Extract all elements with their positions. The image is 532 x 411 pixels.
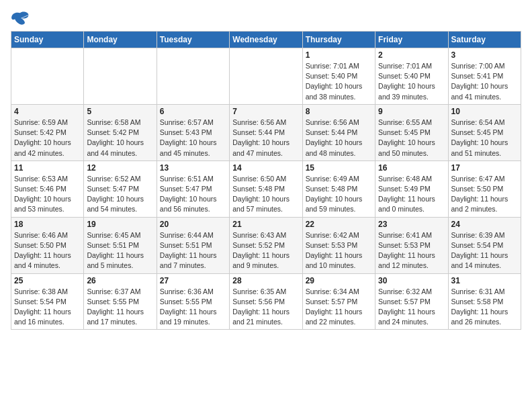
header: [11, 11, 521, 26]
calendar-week-row: 25Sunrise: 6:38 AMSunset: 5:54 PMDayligh…: [11, 273, 521, 330]
logo: [11, 11, 32, 26]
day-number: 5: [87, 107, 153, 116]
day-number: 17: [451, 163, 518, 173]
day-info: Sunrise: 6:35 AMSunset: 5:56 PMDaylight:…: [232, 287, 299, 328]
calendar-table: SundayMondayTuesdayWednesdayThursdayFrid…: [11, 31, 521, 330]
day-info: Sunrise: 6:34 AMSunset: 5:57 PMDaylight:…: [306, 287, 372, 328]
calendar-cell: [84, 48, 157, 105]
day-number: 12: [87, 163, 153, 173]
day-info: Sunrise: 6:41 AMSunset: 5:53 PMDaylight:…: [378, 230, 445, 271]
calendar-cell: 20Sunrise: 6:44 AMSunset: 5:51 PMDayligh…: [157, 217, 229, 273]
calendar-body: 1Sunrise: 7:01 AMSunset: 5:40 PMDaylight…: [11, 48, 521, 330]
day-info: Sunrise: 6:54 AMSunset: 5:45 PMDaylight:…: [451, 118, 518, 158]
day-info: Sunrise: 6:37 AMSunset: 5:55 PMDaylight:…: [87, 287, 153, 328]
day-info: Sunrise: 6:31 AMSunset: 5:58 PMDaylight:…: [451, 287, 518, 328]
calendar-cell: 6Sunrise: 6:57 AMSunset: 5:43 PMDaylight…: [157, 104, 229, 161]
day-number: 20: [160, 220, 226, 229]
day-info: Sunrise: 7:01 AMSunset: 5:40 PMDaylight:…: [306, 61, 372, 102]
calendar-cell: 30Sunrise: 6:32 AMSunset: 5:57 PMDayligh…: [375, 273, 448, 330]
day-info: Sunrise: 6:52 AMSunset: 5:47 PMDaylight:…: [87, 174, 153, 215]
day-number: 13: [160, 163, 226, 173]
calendar-cell: 10Sunrise: 6:54 AMSunset: 5:45 PMDayligh…: [448, 104, 521, 161]
calendar-cell: 24Sunrise: 6:39 AMSunset: 5:54 PMDayligh…: [448, 217, 521, 273]
calendar-cell: 11Sunrise: 6:53 AMSunset: 5:46 PMDayligh…: [11, 161, 84, 217]
calendar-cell: 12Sunrise: 6:52 AMSunset: 5:47 PMDayligh…: [84, 161, 157, 217]
calendar-cell: 14Sunrise: 6:50 AMSunset: 5:48 PMDayligh…: [230, 161, 302, 217]
day-number: 23: [378, 220, 445, 229]
day-info: Sunrise: 6:50 AMSunset: 5:48 PMDaylight:…: [232, 174, 299, 215]
day-number: 8: [306, 107, 372, 116]
day-number: 2: [378, 50, 445, 60]
calendar-day-header: Saturday: [448, 32, 521, 48]
day-number: 14: [232, 163, 299, 173]
calendar-cell: 26Sunrise: 6:37 AMSunset: 5:55 PMDayligh…: [84, 273, 157, 330]
day-number: 18: [14, 220, 81, 229]
day-number: 19: [87, 220, 153, 229]
day-number: 3: [451, 50, 518, 60]
calendar-cell: 3Sunrise: 7:00 AMSunset: 5:41 PMDaylight…: [448, 48, 521, 105]
calendar-cell: 29Sunrise: 6:34 AMSunset: 5:57 PMDayligh…: [302, 273, 375, 330]
day-info: Sunrise: 6:36 AMSunset: 5:55 PMDaylight:…: [160, 287, 226, 328]
day-number: 4: [14, 107, 81, 116]
day-number: 25: [14, 276, 81, 285]
calendar-cell: 28Sunrise: 6:35 AMSunset: 5:56 PMDayligh…: [230, 273, 302, 330]
day-number: 15: [306, 163, 372, 173]
day-info: Sunrise: 6:59 AMSunset: 5:42 PMDaylight:…: [14, 118, 81, 158]
day-info: Sunrise: 6:48 AMSunset: 5:49 PMDaylight:…: [378, 174, 445, 215]
day-info: Sunrise: 6:47 AMSunset: 5:50 PMDaylight:…: [451, 174, 518, 215]
calendar-cell: 19Sunrise: 6:45 AMSunset: 5:51 PMDayligh…: [84, 217, 157, 273]
calendar-cell: 18Sunrise: 6:46 AMSunset: 5:50 PMDayligh…: [11, 217, 84, 273]
day-info: Sunrise: 6:42 AMSunset: 5:53 PMDaylight:…: [306, 230, 372, 271]
day-info: Sunrise: 7:01 AMSunset: 5:40 PMDaylight:…: [378, 61, 445, 102]
day-info: Sunrise: 6:39 AMSunset: 5:54 PMDaylight:…: [451, 230, 518, 271]
calendar-cell: 25Sunrise: 6:38 AMSunset: 5:54 PMDayligh…: [11, 273, 84, 330]
calendar-day-header: Sunday: [11, 32, 84, 48]
day-info: Sunrise: 6:32 AMSunset: 5:57 PMDaylight:…: [378, 287, 445, 328]
calendar-cell: [157, 48, 229, 105]
calendar-cell: 15Sunrise: 6:49 AMSunset: 5:48 PMDayligh…: [302, 161, 375, 217]
day-number: 6: [160, 107, 226, 116]
day-info: Sunrise: 6:44 AMSunset: 5:51 PMDaylight:…: [160, 230, 226, 271]
day-info: Sunrise: 6:45 AMSunset: 5:51 PMDaylight:…: [87, 230, 153, 271]
calendar-cell: [11, 48, 84, 105]
calendar-cell: 21Sunrise: 6:43 AMSunset: 5:52 PMDayligh…: [230, 217, 302, 273]
calendar-cell: 22Sunrise: 6:42 AMSunset: 5:53 PMDayligh…: [302, 217, 375, 273]
day-info: Sunrise: 6:53 AMSunset: 5:46 PMDaylight:…: [14, 174, 81, 215]
day-info: Sunrise: 7:00 AMSunset: 5:41 PMDaylight:…: [451, 61, 518, 102]
day-number: 24: [451, 220, 518, 229]
calendar-header-row: SundayMondayTuesdayWednesdayThursdayFrid…: [11, 32, 521, 48]
day-info: Sunrise: 6:38 AMSunset: 5:54 PMDaylight:…: [14, 287, 81, 328]
day-number: 31: [451, 276, 518, 285]
calendar-cell: 7Sunrise: 6:56 AMSunset: 5:44 PMDaylight…: [230, 104, 302, 161]
logo-bird-icon: [11, 11, 30, 26]
day-number: 27: [160, 276, 226, 285]
day-number: 22: [306, 220, 372, 229]
calendar-day-header: Thursday: [302, 32, 375, 48]
day-info: Sunrise: 6:46 AMSunset: 5:50 PMDaylight:…: [14, 230, 81, 271]
calendar-day-header: Monday: [84, 32, 157, 48]
day-number: 26: [87, 276, 153, 285]
day-number: 9: [378, 107, 445, 116]
day-number: 1: [306, 50, 372, 60]
calendar-cell: 13Sunrise: 6:51 AMSunset: 5:47 PMDayligh…: [157, 161, 229, 217]
day-info: Sunrise: 6:51 AMSunset: 5:47 PMDaylight:…: [160, 174, 226, 215]
calendar-cell: 9Sunrise: 6:55 AMSunset: 5:45 PMDaylight…: [375, 104, 448, 161]
calendar-week-row: 18Sunrise: 6:46 AMSunset: 5:50 PMDayligh…: [11, 217, 521, 273]
day-info: Sunrise: 6:49 AMSunset: 5:48 PMDaylight:…: [306, 174, 372, 215]
calendar-cell: 1Sunrise: 7:01 AMSunset: 5:40 PMDaylight…: [302, 48, 375, 105]
calendar-cell: 4Sunrise: 6:59 AMSunset: 5:42 PMDaylight…: [11, 104, 84, 161]
day-number: 28: [232, 276, 299, 285]
calendar-day-header: Tuesday: [157, 32, 229, 48]
calendar-week-row: 4Sunrise: 6:59 AMSunset: 5:42 PMDaylight…: [11, 104, 521, 161]
day-number: 16: [378, 163, 445, 173]
day-number: 21: [232, 220, 299, 229]
calendar-cell: [230, 48, 302, 105]
calendar-day-header: Friday: [375, 32, 448, 48]
day-number: 30: [378, 276, 445, 285]
day-number: 11: [14, 163, 81, 173]
day-number: 10: [451, 107, 518, 116]
day-info: Sunrise: 6:56 AMSunset: 5:44 PMDaylight:…: [232, 118, 299, 158]
calendar-cell: 8Sunrise: 6:56 AMSunset: 5:44 PMDaylight…: [302, 104, 375, 161]
calendar-day-header: Wednesday: [230, 32, 302, 48]
calendar-cell: 31Sunrise: 6:31 AMSunset: 5:58 PMDayligh…: [448, 273, 521, 330]
